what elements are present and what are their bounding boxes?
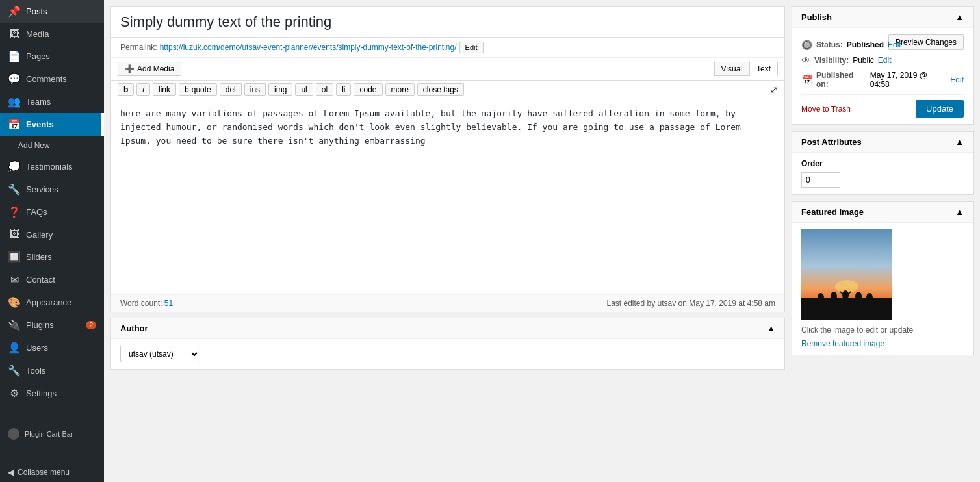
permalink-label: Permalink:	[120, 43, 157, 52]
sidebar-item-sliders[interactable]: 🔲 Sliders	[0, 246, 104, 268]
sidebar-item-comments[interactable]: 💬 Comments	[0, 68, 104, 90]
order-label: Order	[801, 159, 823, 168]
author-section-body: utsav (utsav)	[111, 339, 784, 369]
post-attributes-title: Post Attributes	[801, 137, 862, 147]
publish-panel: Publish ▲ Preview Changes 🔘 Status: Publ…	[792, 6, 974, 125]
visual-text-tabs: Visual Text	[714, 62, 778, 76]
featured-image-container: Click the image to edit or update Remove…	[801, 229, 964, 348]
publish-panel-body: Preview Changes 🔘 Status: Published Edit…	[792, 28, 973, 124]
featured-image-panel: Featured Image ▲	[792, 201, 974, 355]
status-value: Published	[847, 40, 884, 49]
sidebar-item-settings[interactable]: ⚙ Settings	[0, 382, 104, 405]
italic-btn[interactable]: i	[136, 83, 150, 96]
teams-icon: 👥	[8, 95, 21, 108]
sidebar-item-events[interactable]: 📅 Events	[0, 113, 104, 136]
sidebar-item-media[interactable]: 🖼 Media	[0, 23, 104, 45]
update-btn[interactable]: Update	[916, 100, 964, 118]
published-edit-link[interactable]: Edit	[950, 75, 964, 84]
contact-icon: ✉	[8, 273, 21, 286]
author-collapse-icon: ▲	[767, 323, 775, 333]
visibility-value: Public	[853, 56, 874, 65]
post-title-input[interactable]	[111, 7, 784, 38]
add-media-btn[interactable]: ➕ Add Media	[118, 62, 181, 76]
visual-tab[interactable]: Visual	[714, 62, 749, 76]
sidebar-item-users[interactable]: 👤 Users	[0, 336, 104, 359]
visibility-label: Visibility:	[814, 56, 849, 65]
bquote-btn[interactable]: b-quote	[179, 83, 217, 96]
editor-content[interactable]: here are many variations of passages of …	[111, 99, 784, 294]
collapse-icon: ◀	[8, 468, 14, 477]
plugin-cart-icon	[8, 428, 19, 440]
testimonials-icon: 💭	[8, 160, 21, 173]
sidebar-item-posts[interactable]: 📌 Posts	[0, 0, 104, 23]
author-section: Author ▲ utsav (utsav)	[110, 318, 785, 370]
visibility-edit-link[interactable]: Edit	[878, 56, 892, 65]
formatting-toolbar: b i link b-quote del ins img ul ol li co…	[111, 81, 784, 99]
publish-collapse-icon: ▲	[955, 12, 964, 22]
published-value: May 17, 2019 @ 04:58	[870, 71, 947, 89]
publish-panel-header: Publish ▲	[792, 7, 973, 28]
remove-featured-link[interactable]: Remove featured image	[801, 339, 884, 348]
sidebar-item-plugin-cart[interactable]: Plugin Cart Bar	[0, 423, 104, 445]
sidebar-item-plugins[interactable]: 🔌 Plugins 2	[0, 314, 104, 336]
svg-rect-10	[857, 298, 860, 307]
plugins-badge: 2	[86, 321, 96, 329]
post-attributes-header[interactable]: Post Attributes ▲	[792, 132, 973, 153]
permalink-url[interactable]: https://luzuk.com/demo/utsav-event-plann…	[160, 43, 457, 52]
plugins-icon: 🔌	[8, 319, 21, 331]
sidebar-item-testimonials[interactable]: 💭 Testimonials	[0, 155, 104, 178]
featured-image-caption: Click the image to edit or update	[801, 325, 964, 335]
featured-image-collapse-icon: ▲	[955, 207, 964, 217]
faqs-icon: ❓	[8, 206, 21, 218]
collapse-menu-btn[interactable]: ◀ Collapse menu	[0, 463, 104, 482]
post-editor-box: Permalink: https://luzuk.com/demo/utsav-…	[110, 6, 785, 312]
sidebar-item-teams[interactable]: 👥 Teams	[0, 90, 104, 113]
post-attributes-body: Order	[792, 153, 973, 194]
img-btn[interactable]: img	[268, 83, 292, 96]
sidebar-item-services[interactable]: 🔧 Services	[0, 178, 104, 201]
text-tab[interactable]: Text	[749, 62, 778, 76]
sidebar-item-contact[interactable]: ✉ Contact	[0, 268, 104, 291]
editor-footer: Word count: 51 Last edited by utsav on M…	[111, 294, 784, 312]
published-row: 📅 Published on: May 17, 2019 @ 04:58 Edi…	[801, 71, 964, 89]
permalink-edit-btn[interactable]: Edit	[459, 42, 484, 53]
close-tags-btn[interactable]: close tags	[417, 83, 464, 96]
svg-rect-12	[868, 299, 871, 308]
media-icon: 🖼	[8, 28, 21, 40]
sidebar-item-faqs[interactable]: ❓ FAQs	[0, 201, 104, 223]
posts-icon: 📌	[8, 5, 21, 18]
del-btn[interactable]: del	[220, 83, 242, 96]
code-btn[interactable]: code	[354, 83, 382, 96]
last-edited-text: Last edited by utsav on May 17, 2019 at …	[607, 299, 776, 308]
ins-btn[interactable]: ins	[244, 83, 266, 96]
author-select[interactable]: utsav (utsav)	[120, 346, 200, 362]
tools-icon: 🔧	[8, 364, 21, 377]
ul-btn[interactable]: ul	[295, 83, 313, 96]
sidebar-item-appearance[interactable]: 🎨 Appearance	[0, 291, 104, 314]
svg-rect-4	[819, 299, 823, 308]
status-row: 🔘 Status: Published Edit	[801, 40, 888, 50]
content-area: Permalink: https://luzuk.com/demo/utsav-…	[104, 0, 980, 482]
fullscreen-btn[interactable]: ⤢	[770, 84, 778, 95]
svg-rect-6	[832, 298, 836, 307]
bold-btn[interactable]: b	[118, 83, 134, 96]
author-section-header[interactable]: Author ▲	[111, 318, 784, 339]
events-icon: 📅	[8, 118, 21, 131]
ol-btn[interactable]: ol	[316, 83, 333, 96]
sidebar-item-gallery[interactable]: 🖼 Gallery	[0, 223, 104, 246]
appearance-icon: 🎨	[8, 296, 21, 309]
add-media-row: ➕ Add Media Visual Text	[111, 58, 784, 81]
order-input[interactable]	[801, 172, 840, 188]
visibility-row: 👁 Visibility: Public Edit	[801, 55, 964, 66]
post-attributes-panel: Post Attributes ▲ Order	[792, 131, 974, 195]
sidebar-item-pages[interactable]: 📄 Pages	[0, 45, 104, 68]
more-btn[interactable]: more	[385, 83, 415, 96]
featured-image-thumb[interactable]	[801, 229, 892, 320]
link-btn[interactable]: link	[153, 83, 176, 96]
move-to-trash-link[interactable]: Move to Trash	[801, 105, 851, 114]
sidebar-item-add-new[interactable]: Add New	[0, 136, 104, 155]
li-btn[interactable]: li	[336, 83, 351, 96]
sidebar-item-tools[interactable]: 🔧 Tools	[0, 359, 104, 382]
featured-image-header[interactable]: Featured Image ▲	[792, 202, 973, 223]
status-edit-link[interactable]: Edit	[888, 40, 901, 49]
